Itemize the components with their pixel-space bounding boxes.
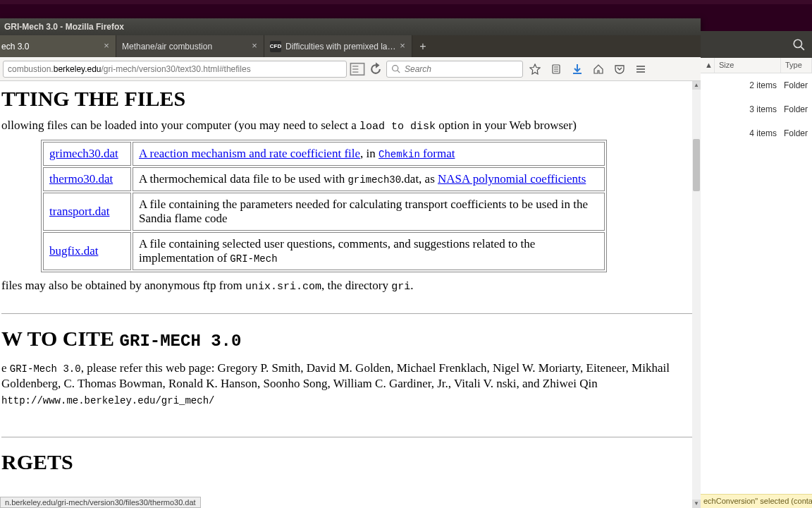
search-input[interactable] bbox=[405, 64, 518, 74]
tab-label: ech 3.0 bbox=[1, 42, 100, 52]
fm-column-headers: ▲ Size Type bbox=[701, 58, 812, 73]
svg-point-4 bbox=[393, 66, 398, 71]
reload-icon[interactable] bbox=[368, 61, 383, 77]
scroll-thumb[interactable] bbox=[693, 139, 700, 191]
sort-arrow-icon[interactable]: ▲ bbox=[701, 58, 715, 73]
heading-targets: RGETS bbox=[1, 450, 692, 474]
link-reaction-mechanism[interactable]: A reaction mechanism and rate coefficien… bbox=[139, 147, 360, 160]
reader-mode-icon[interactable] bbox=[350, 61, 365, 77]
url-path: /gri-mech/version30/text30.html#thefiles bbox=[102, 64, 251, 74]
hamburger-menu-icon[interactable] bbox=[632, 60, 650, 78]
link-bugfix[interactable]: bugfix.dat bbox=[49, 244, 98, 258]
table-row: bugfix.dat A file containing selected us… bbox=[43, 232, 605, 270]
tab-strip: ech 3.0 × Methane/air combustion × CFD D… bbox=[0, 35, 701, 57]
window-titlebar: GRI-Mech 3.0 - Mozilla Firefox bbox=[0, 18, 701, 35]
table-row: thermo30.dat A thermochemical data file … bbox=[43, 167, 605, 191]
tab-methane[interactable]: Methane/air combustion × bbox=[116, 35, 264, 57]
window-title: GRI-Mech 3.0 - Mozilla Firefox bbox=[4, 22, 124, 32]
status-bar: n.berkeley.edu/gri-mech/version30/files3… bbox=[0, 497, 201, 508]
heading-how-to-cite: W TO CITE GRI-MECH 3.0 bbox=[1, 327, 692, 351]
close-icon[interactable]: × bbox=[398, 42, 407, 52]
tab-label: Methane/air combustion bbox=[122, 42, 248, 52]
scroll-down-icon[interactable]: ▼ bbox=[692, 500, 701, 508]
url-bar[interactable]: combustion.berkeley.edu/gri-mech/version… bbox=[3, 61, 347, 78]
cite-paragraph: e GRI-Mech 3.0, please refer this web pa… bbox=[1, 361, 692, 409]
page-content: TTING THE FILES ollowing files can be lo… bbox=[0, 81, 692, 497]
fm-header bbox=[701, 31, 812, 58]
firefox-window: GRI-Mech 3.0 - Mozilla Firefox ech 3.0 ×… bbox=[0, 18, 701, 508]
clipboard-icon[interactable] bbox=[547, 60, 565, 78]
heading-getting-files: TTING THE FILES bbox=[1, 87, 692, 111]
svg-line-14 bbox=[801, 47, 804, 50]
col-size[interactable]: Size bbox=[715, 58, 781, 73]
table-row: transport.dat A file containing the para… bbox=[43, 193, 605, 231]
scroll-up-icon[interactable]: ▲ bbox=[692, 81, 701, 90]
home-icon[interactable] bbox=[589, 60, 608, 78]
list-item[interactable]: 3 items Folder bbox=[701, 97, 812, 121]
link-thermo30[interactable]: thermo30.dat bbox=[49, 172, 113, 186]
navbar: combustion.berkeley.edu/gri-mech/version… bbox=[0, 57, 701, 81]
scrollbar[interactable]: ▲ ▼ bbox=[692, 81, 701, 508]
link-transport[interactable]: transport.dat bbox=[49, 205, 109, 218]
tab-grimech[interactable]: ech 3.0 × bbox=[0, 35, 116, 57]
tab-label: Difficulties with premixed la… bbox=[285, 42, 396, 52]
search-icon[interactable] bbox=[792, 38, 805, 51]
tab-difficulties[interactable]: CFD Difficulties with premixed la… × bbox=[264, 35, 412, 57]
downloads-icon[interactable] bbox=[568, 60, 586, 78]
files-table: grimech30.dat A reaction mechanism and r… bbox=[41, 140, 607, 272]
new-tab-button[interactable]: + bbox=[412, 35, 433, 57]
link-grimech30[interactable]: grimech30.dat bbox=[49, 147, 118, 160]
list-item[interactable]: 4 items Folder bbox=[701, 121, 812, 145]
col-type[interactable]: Type bbox=[781, 58, 812, 73]
intro-paragraph: ollowing files can be loaded into your c… bbox=[1, 118, 692, 134]
link-chemkin-format[interactable]: Chemkin format bbox=[379, 147, 455, 160]
list-item[interactable]: 2 items Folder bbox=[701, 73, 812, 97]
close-icon[interactable]: × bbox=[102, 42, 111, 52]
table-row: grimech30.dat A reaction mechanism and r… bbox=[43, 142, 605, 166]
divider bbox=[1, 313, 692, 314]
link-nasa-poly[interactable]: NASA polynomial coefficients bbox=[438, 172, 586, 186]
search-icon bbox=[391, 64, 400, 73]
bookmark-star-icon[interactable] bbox=[526, 60, 544, 78]
divider bbox=[1, 437, 692, 437]
pocket-icon[interactable] bbox=[610, 60, 629, 78]
file-manager-panel: ▲ Size Type 2 items Folder 3 items Folde… bbox=[701, 31, 812, 508]
svg-point-13 bbox=[794, 40, 801, 47]
favicon-cfd: CFD bbox=[270, 41, 281, 52]
url-domain: berkeley.edu bbox=[54, 64, 102, 74]
url-prefix: combustion. bbox=[8, 64, 54, 74]
ftp-paragraph: files may also be obtained by anonymous … bbox=[1, 278, 692, 294]
svg-line-5 bbox=[398, 71, 400, 73]
fm-status-bar: echConversion" selected (conta bbox=[701, 494, 812, 508]
search-bar[interactable] bbox=[386, 61, 523, 78]
close-icon[interactable]: × bbox=[250, 42, 259, 52]
